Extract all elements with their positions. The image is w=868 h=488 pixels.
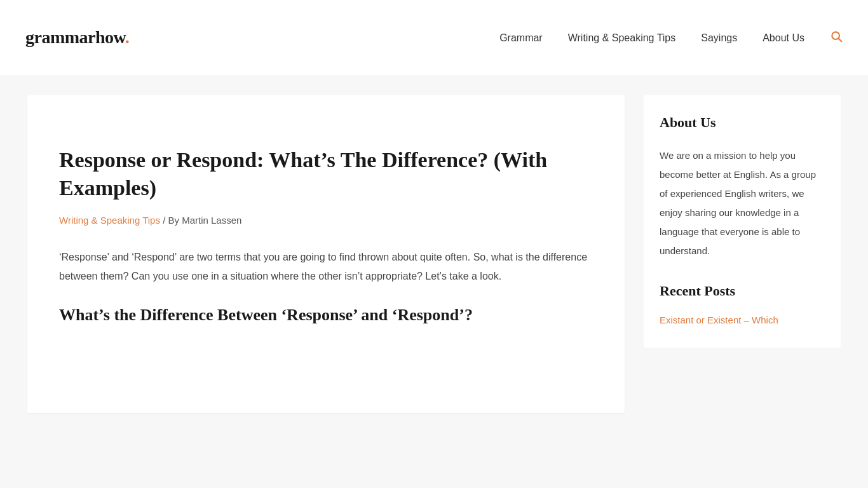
article-meta: Writing & Speaking Tips / By Martin Lass… [59, 212, 593, 229]
logo-dot: . [125, 27, 130, 47]
article-author: Martin Lassen [182, 215, 241, 226]
article-card: Response or Respond: What’s The Differen… [27, 95, 625, 413]
sidebar-about-text: We are on a mission to help you become b… [660, 146, 825, 261]
article-category[interactable]: Writing & Speaking Tips [59, 215, 160, 226]
sidebar-about-title: About Us [660, 111, 825, 133]
search-icon[interactable] [830, 28, 843, 48]
page-background: Response or Respond: What’s The Differen… [0, 76, 868, 488]
main-nav: Grammar Writing & Speaking Tips Sayings … [499, 28, 843, 48]
svg-line-1 [839, 38, 842, 41]
sidebar-about-section: About Us We are on a mission to help you… [644, 95, 841, 348]
article-intro: ‘Response’ and ‘Respond’ are two terms t… [59, 248, 593, 285]
nav-item-grammar[interactable]: Grammar [499, 30, 543, 46]
recent-post-1[interactable]: Existant or Existent – Which [660, 315, 778, 325]
site-logo[interactable]: grammarhow. [25, 24, 129, 52]
nav-item-writing[interactable]: Writing & Speaking Tips [568, 30, 676, 46]
sidebar: About Us We are on a mission to help you… [644, 95, 841, 348]
content-layout: Response or Respond: What’s The Differen… [27, 95, 841, 413]
article-title: Response or Respond: What’s The Differen… [59, 146, 593, 202]
article-section-title: What’s the Difference Between ‘Response’… [59, 304, 593, 326]
site-header: grammarhow. Grammar Writing & Speaking T… [0, 0, 868, 76]
nav-item-about[interactable]: About Us [763, 30, 804, 46]
logo-text: grammarhow [25, 27, 125, 47]
sidebar-recent-posts-title: Recent Posts [660, 280, 825, 302]
nav-item-sayings[interactable]: Sayings [701, 30, 737, 46]
article-author-separator: / By [160, 215, 182, 226]
